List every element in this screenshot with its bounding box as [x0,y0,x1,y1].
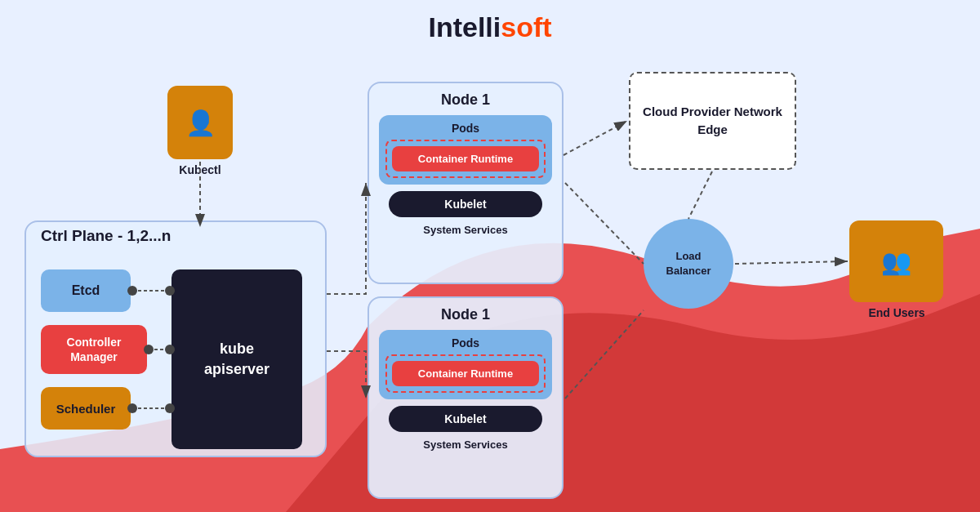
logo-part2: soft [501,11,551,42]
load-balancer: LoadBalancer [644,219,733,309]
node2-box: Node 1 Pods Container Runtime Kubelet Sy… [368,296,564,499]
kube-apiserver-box: kube apiserver [172,269,302,449]
node1-label: Node 1 [369,91,562,109]
end-users-icon: 👥 [881,247,911,276]
node1-pods-label: Pods [385,122,546,135]
ctrl-plane-label: Ctrl Plane - 1,2...n [41,227,171,245]
kubectl-icon: 👤 [167,86,233,159]
node2-pods-area: Pods Container Runtime [379,330,552,399]
etcd-box: Etcd [41,269,131,312]
node1-box: Node 1 Pods Container Runtime Kubelet Sy… [368,82,564,284]
node1-container-runtime: Container Runtime [392,146,539,171]
node1-kubelet: Kubelet [389,191,542,217]
node2-to-lb-line [565,310,644,398]
node2-container-runtime: Container Runtime [392,361,539,386]
node1-to-cloud-arrow [564,121,627,155]
end-users-box: 👥 [849,220,943,302]
node2-pods-label: Pods [385,336,546,349]
node1-runtime-border: Container Runtime [385,140,546,178]
node1-to-lb-line [565,183,644,264]
cloud-to-lb-line [688,171,712,219]
logo-part1: Intelli [428,11,501,42]
controller-manager-box: Controller Manager [41,325,147,374]
scheduler-box: Scheduler [41,387,131,430]
lb-to-users-arrow [735,261,848,264]
node1-system-services: System Services [369,224,562,236]
diagram-container: Intellisoft 👤 Kubectl Ctrl Plane - 1,2..… [0,0,980,512]
cloud-provider-box: Cloud Provider Network Edge [629,72,796,170]
node2-system-services: System Services [369,439,562,451]
kubectl-person-icon: 👤 [185,109,216,137]
logo: Intellisoft [428,11,551,43]
api-to-node2-arrow [327,351,366,398]
node2-runtime-border: Container Runtime [385,354,546,393]
kubectl-label: Kubectl [167,163,233,176]
node1-pods-area: Pods Container Runtime [379,115,552,185]
node2-kubelet: Kubelet [389,406,542,432]
end-users-label: End Users [856,306,938,319]
node2-label: Node 1 [369,306,562,323]
api-to-node1-arrow [327,183,366,294]
